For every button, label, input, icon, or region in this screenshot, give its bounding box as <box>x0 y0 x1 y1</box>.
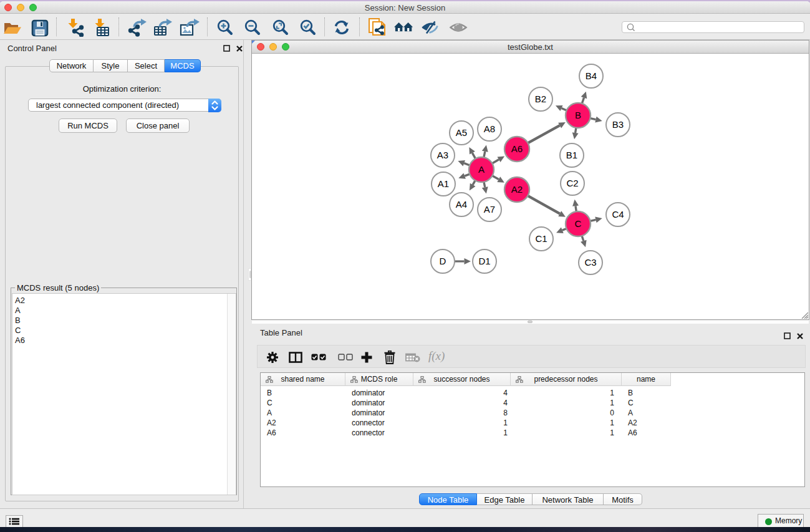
svg-text:C3: C3 <box>584 257 596 268</box>
svg-text:A4: A4 <box>456 199 467 210</box>
svg-text:B4: B4 <box>586 70 597 81</box>
svg-text:C2: C2 <box>566 178 578 188</box>
svg-text:A2: A2 <box>511 184 523 195</box>
svg-text:C4: C4 <box>612 209 624 220</box>
svg-text:B1: B1 <box>566 150 577 160</box>
svg-text:D1: D1 <box>478 256 490 266</box>
svg-text:A8: A8 <box>484 123 495 134</box>
svg-text:C1: C1 <box>535 233 547 244</box>
svg-text:A: A <box>478 164 485 175</box>
svg-text:D: D <box>440 256 446 266</box>
svg-text:B: B <box>575 110 581 120</box>
svg-text:A7: A7 <box>484 204 495 215</box>
svg-text:B2: B2 <box>535 94 546 104</box>
svg-text:A6: A6 <box>511 143 523 154</box>
svg-text:A1: A1 <box>438 178 449 189</box>
svg-text:B3: B3 <box>612 119 624 130</box>
svg-text:A5: A5 <box>456 127 467 138</box>
svg-text:A3: A3 <box>437 150 448 160</box>
svg-text:C: C <box>575 218 582 229</box>
